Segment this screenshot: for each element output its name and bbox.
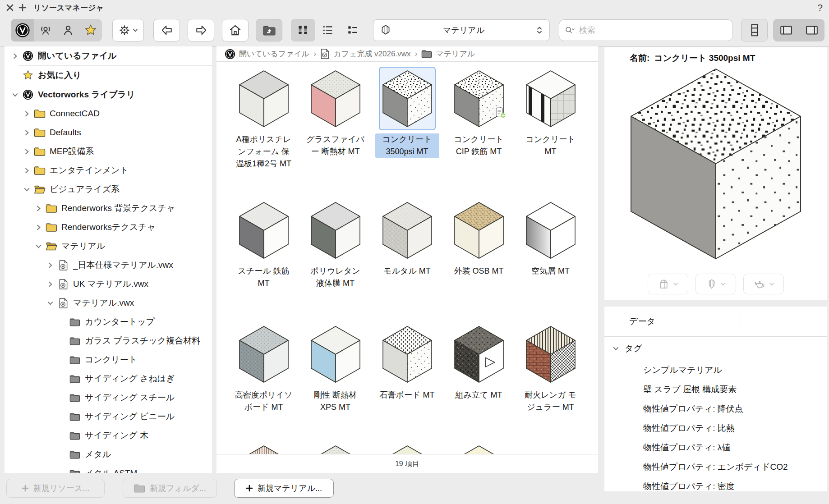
- sidebar-item[interactable]: MEP設備系: [5, 142, 212, 161]
- tree-chevron[interactable]: [45, 281, 55, 288]
- sidebar-item[interactable]: ビジュアライズ系: [5, 180, 212, 199]
- material-thumbnail[interactable]: [451, 198, 507, 262]
- back-button[interactable]: [153, 19, 180, 41]
- sidebar-item[interactable]: お気に入り: [5, 66, 212, 85]
- material-thumbnail[interactable]: [379, 67, 436, 130]
- material-thumbnail[interactable]: [522, 198, 579, 262]
- material-item[interactable]: [371, 444, 443, 454]
- tree-chevron[interactable]: [22, 129, 32, 136]
- sidebar-item[interactable]: サイディング さねはぎ: [5, 369, 212, 388]
- vectorworks-libraries-button[interactable]: [11, 19, 34, 41]
- new-material-button[interactable]: 新規マテリアル...: [234, 479, 334, 498]
- breadcrumb-segment[interactable]: 開いているファイル: [225, 49, 309, 60]
- material-item[interactable]: A種ポリスチレンフォーム 保温板1種2号 MT: [228, 67, 299, 170]
- search-field[interactable]: [559, 19, 733, 41]
- material-thumbnail[interactable]: [379, 444, 436, 454]
- material-item[interactable]: スチール 鉄筋 MT: [228, 198, 299, 289]
- tags-group-row[interactable]: タグ: [604, 337, 827, 360]
- material-thumbnail[interactable]: [379, 322, 436, 386]
- sidebar-item[interactable]: サイディング スチール: [5, 388, 212, 407]
- sidebar-item[interactable]: ConnectCAD: [5, 104, 212, 123]
- search-input[interactable]: [578, 25, 727, 36]
- sidebar-item[interactable]: 開いているファイル: [5, 46, 212, 65]
- preview-shape-gem-button[interactable]: [695, 274, 736, 294]
- detail-view-button[interactable]: [341, 19, 365, 41]
- material-item[interactable]: グラスファイバー 断熱材 MT: [299, 67, 371, 170]
- sidebar-item[interactable]: コンクリート: [5, 350, 212, 369]
- list-view-button[interactable]: [316, 19, 340, 41]
- tree-chevron[interactable]: [33, 224, 43, 231]
- tag-item[interactable]: 物性値プロパティ: エンボディドCO2: [604, 457, 827, 477]
- preview-pane-layout-button[interactable]: [741, 19, 768, 41]
- sidebar-item[interactable]: サイディング 木: [5, 426, 212, 445]
- material-thumbnail[interactable]: [307, 67, 364, 130]
- tree-chevron[interactable]: [33, 243, 43, 250]
- sidebar-item[interactable]: サイディング ビニール: [5, 407, 212, 426]
- material-thumbnail[interactable]: [307, 444, 364, 454]
- tag-item[interactable]: 壁 スラブ 屋根 構成要素: [604, 380, 827, 399]
- preview-shape-carton-button[interactable]: [648, 274, 688, 294]
- tag-item[interactable]: 物性値プロパティ: 比熱: [604, 418, 827, 438]
- sidebar-item[interactable]: メタル: [5, 445, 212, 464]
- sidebar-item[interactable]: マテリアル.vwx: [5, 293, 212, 312]
- material-thumbnail[interactable]: [522, 322, 579, 386]
- material-item[interactable]: ポリウレタン 液体膜 MT: [299, 198, 371, 289]
- toggle-left-panel-button[interactable]: [773, 19, 799, 41]
- material-item[interactable]: [299, 444, 371, 454]
- material-item[interactable]: [228, 444, 299, 454]
- tag-item[interactable]: 物性値プロパティ: 降伏点: [604, 399, 827, 418]
- material-thumbnail[interactable]: [235, 67, 292, 130]
- breadcrumb-segment[interactable]: マテリアル: [421, 49, 475, 59]
- material-item[interactable]: コンクリート MT: [515, 67, 586, 170]
- material-item[interactable]: モルタル MT: [371, 198, 443, 289]
- material-thumbnail[interactable]: [522, 67, 579, 130]
- folder-up-button[interactable]: [256, 19, 282, 41]
- tree-chevron[interactable]: [22, 110, 32, 117]
- user-libraries-button[interactable]: [57, 19, 79, 41]
- settings-dropdown-button[interactable]: [112, 19, 144, 41]
- sidebar-item[interactable]: メタル ASTM: [5, 464, 212, 473]
- sidebar-item[interactable]: _日本仕様マテリアル.vwx: [5, 256, 212, 275]
- tree-chevron[interactable]: [22, 186, 32, 193]
- material-thumbnail[interactable]: [307, 322, 364, 386]
- sidebar-item[interactable]: Renderworks 背景テクスチャ: [5, 199, 212, 218]
- sidebar-item[interactable]: Vectorworks ライブラリ: [5, 85, 212, 104]
- data-tab[interactable]: データ: [629, 307, 655, 336]
- sidebar-item[interactable]: UK マテリアル.vwx: [5, 275, 212, 293]
- sidebar-item[interactable]: Renderworksテクスチャ: [5, 218, 212, 237]
- material-item[interactable]: 剛性 断熱材 XPS MT: [299, 322, 371, 413]
- forward-button[interactable]: [188, 19, 214, 41]
- sidebar-item[interactable]: Defaults: [5, 123, 212, 142]
- toggle-right-panel-button[interactable]: [799, 19, 824, 41]
- material-thumbnail[interactable]: [451, 322, 507, 386]
- thumbnail-view-button[interactable]: [291, 19, 315, 41]
- material-thumbnail[interactable]: [307, 198, 364, 262]
- tree-chevron[interactable]: [10, 53, 20, 60]
- sidebar-item[interactable]: マテリアル: [5, 237, 212, 256]
- resource-type-dropdown[interactable]: マテリアル: [373, 19, 550, 41]
- material-item[interactable]: [443, 444, 515, 454]
- sidebar-item[interactable]: ガラス プラスチック複合材料: [5, 331, 212, 350]
- material-item[interactable]: 高密度ポリイソ ボード MT: [228, 322, 299, 413]
- preview-shape-teapot-button[interactable]: [743, 274, 784, 294]
- material-item[interactable]: 耐火レンガ モジュラー MT: [515, 322, 586, 413]
- material-item[interactable]: コンクリート 3500psi MT: [371, 67, 443, 170]
- material-item[interactable]: 組み立て MT: [443, 322, 515, 413]
- breadcrumb-segment[interactable]: カフェ完成 v2026.vwx: [320, 48, 410, 60]
- window-add-tab-icon[interactable]: [18, 3, 27, 12]
- tree-chevron[interactable]: [22, 167, 32, 174]
- help-icon[interactable]: ?: [817, 2, 823, 13]
- tree-chevron[interactable]: [10, 92, 20, 98]
- material-thumbnail[interactable]: [235, 444, 292, 454]
- material-item[interactable]: 外装 OSB MT: [443, 198, 515, 289]
- material-item[interactable]: 石膏ボード MT: [371, 322, 443, 413]
- material-thumbnail[interactable]: [235, 198, 292, 262]
- online-libraries-button[interactable]: [34, 19, 57, 41]
- material-item[interactable]: 空気層 MT: [515, 198, 586, 289]
- tree-chevron[interactable]: [45, 262, 55, 269]
- material-thumbnail[interactable]: [379, 198, 436, 262]
- favorites-button[interactable]: [79, 19, 102, 41]
- tag-item[interactable]: シンプルマテリアル: [604, 360, 827, 380]
- material-thumbnail[interactable]: [451, 67, 507, 130]
- tree-chevron[interactable]: [33, 205, 43, 212]
